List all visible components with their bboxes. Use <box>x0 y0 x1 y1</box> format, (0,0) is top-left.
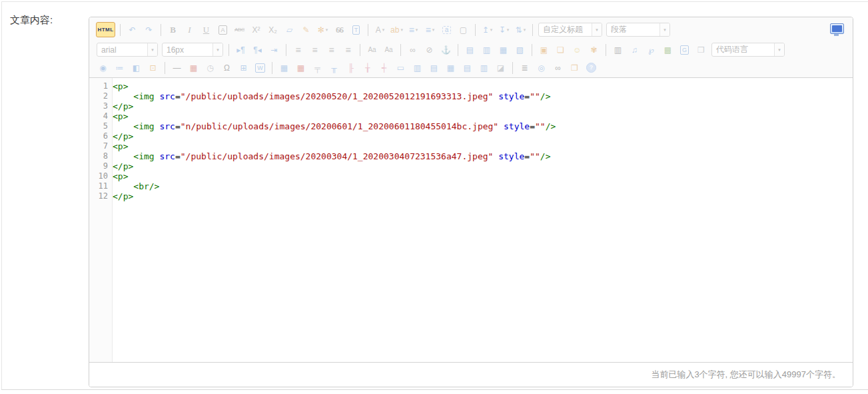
line-height-icon[interactable]: ⇅▾ <box>513 23 528 37</box>
image-center-icon[interactable]: ▧ <box>512 43 528 57</box>
merge-cells-icon[interactable]: ▭ <box>393 61 408 75</box>
scrawl-icon[interactable]: ✾ <box>586 43 602 57</box>
paragraph-combo[interactable]: 段落▾ <box>606 23 670 37</box>
underline-icon[interactable]: U <box>199 23 214 37</box>
form-cell-border-bottom <box>1 389 868 390</box>
anchor-icon[interactable]: ⚓ <box>438 43 454 57</box>
auto-summary-icon[interactable]: a <box>439 23 454 37</box>
split-rows-icon[interactable]: ▤ <box>460 61 475 75</box>
indent-icon[interactable]: ⇥ <box>266 43 282 57</box>
align-left-icon[interactable]: ≡ <box>290 43 306 57</box>
preview-icon[interactable]: ◎ <box>534 61 549 75</box>
font-family-combo[interactable]: arial▾ <box>97 43 158 57</box>
gmap-icon[interactable]: G <box>677 43 692 57</box>
paragraph-space-top-icon[interactable]: ↥▾ <box>480 23 495 37</box>
format-painter-icon[interactable]: ✎ <box>298 23 314 37</box>
emotion-icon[interactable]: ☺ <box>570 43 585 57</box>
print-icon-glyph: ≣ <box>521 64 528 72</box>
align-right-icon[interactable]: ≡ <box>324 43 339 57</box>
font-color-icon-glyph: A <box>376 26 381 34</box>
superscript-icon[interactable]: X² <box>248 23 264 37</box>
auto-typeset-icon[interactable]: ✻▾ <box>315 23 330 37</box>
insert-iframe-icon[interactable]: ❒ <box>693 43 709 57</box>
fullscreen-icon[interactable] <box>829 23 845 37</box>
code-language-combo[interactable]: 代码语言▾ <box>711 43 785 57</box>
image-float-none-icon-glyph: ▤ <box>466 46 474 54</box>
paste-text-icon[interactable]: T <box>348 23 364 37</box>
insert-row-icon[interactable]: ╥ <box>326 61 342 75</box>
columns-icon[interactable]: ◧ <box>129 61 144 75</box>
emotion-icon-glyph: ☺ <box>573 46 581 54</box>
music-icon[interactable]: ♫ <box>627 43 642 57</box>
font-size-combo[interactable]: 16px▾ <box>162 43 223 57</box>
source-mode-button-glyph: HTML <box>96 22 115 37</box>
unlink-icon[interactable]: ⊘ <box>422 43 437 57</box>
split-cols-icon[interactable]: ▥ <box>476 61 492 75</box>
print-icon[interactable]: ≣ <box>517 61 532 75</box>
attachment-icon[interactable]: ℘ <box>644 43 659 57</box>
blockquote-icon[interactable]: 66 <box>332 23 347 37</box>
image-float-left-icon[interactable]: ▥ <box>479 43 494 57</box>
word-image-icon-glyph: W <box>255 63 265 73</box>
unordered-list-icon[interactable]: ≡▾ <box>422 23 438 37</box>
chart-icon[interactable]: ◪ <box>493 61 508 75</box>
search-replace-icon[interactable]: ∞ <box>550 61 566 75</box>
code-line: 7<p> <box>89 141 853 151</box>
table-title-icon[interactable]: ╤ <box>310 61 325 75</box>
source-code-editor[interactable]: 1<p>2 <img src="/public/uploads/images/2… <box>89 78 853 362</box>
font-color-icon[interactable]: A▾ <box>372 23 388 37</box>
merge-down-icon[interactable]: ▤ <box>426 61 442 75</box>
align-center-icon[interactable]: ≡ <box>307 43 322 57</box>
help-icon[interactable]: ? <box>584 61 599 75</box>
merge-right-icon[interactable]: ▥ <box>410 61 425 75</box>
delete-row-icon[interactable]: ╁ <box>360 61 375 75</box>
video-icon[interactable]: ▥ <box>610 43 626 57</box>
toolbar-separator <box>161 24 161 36</box>
insert-image-icon[interactable]: ▣ <box>536 43 552 57</box>
horizontal-rule-icon[interactable]: — <box>169 61 185 75</box>
format-painter-icon-glyph: ✎ <box>302 26 309 34</box>
toolbar-row-2: arial▾16px▾▸¶¶◂⇥≡≡≡≡AaAa∞⊘⚓▤▥▦▧▣❏☺✾▥♫℘▩G… <box>92 41 850 59</box>
delete-table-icon[interactable]: ▦ <box>293 61 308 75</box>
font-border-icon[interactable]: A <box>215 23 230 37</box>
code-text: </p> <box>113 131 133 141</box>
split-cell-icon[interactable]: ▦ <box>443 61 458 75</box>
insert-time-icon[interactable]: ◷ <box>203 61 218 75</box>
paragraph-space-bottom-icon[interactable]: ↧▾ <box>496 23 512 37</box>
subscript-icon[interactable]: X₂ <box>265 23 280 37</box>
insert-date-icon[interactable]: ▦ <box>186 61 201 75</box>
redo-icon[interactable]: ↷ <box>141 23 157 37</box>
remove-format-icon[interactable]: ▱ <box>282 23 297 37</box>
source-mode-button[interactable]: HTML <box>95 23 116 37</box>
image-transfer-icon[interactable]: ⊞ <box>236 61 251 75</box>
map-icon[interactable]: ▩ <box>660 43 675 57</box>
multi-image-icon[interactable]: ❏ <box>553 43 568 57</box>
snapscreen-icon[interactable]: ⊡ <box>145 61 161 75</box>
monitor-glyph <box>830 23 844 34</box>
background-color-icon[interactable]: ab▾ <box>389 23 404 37</box>
undo-icon[interactable]: ↶ <box>125 23 140 37</box>
ordered-list-icon[interactable]: ≡▾ <box>406 23 421 37</box>
paste-icon[interactable]: ❐ <box>567 61 582 75</box>
code-line: 10<p> <box>89 171 853 181</box>
blank-doc-icon[interactable]: ▢ <box>456 23 471 37</box>
word-image-icon[interactable]: W <box>252 61 268 75</box>
lowercase-icon[interactable]: Aa <box>381 43 396 57</box>
link-icon[interactable]: ∞ <box>405 43 420 57</box>
strikethrough-icon[interactable]: ABC <box>232 23 247 37</box>
custom-title-combo[interactable]: 自定义标题▾ <box>538 23 602 37</box>
image-float-none-icon[interactable]: ▤ <box>462 43 478 57</box>
dir-rtl-icon[interactable]: ¶◂ <box>250 43 265 57</box>
uppercase-icon[interactable]: Aa <box>364 43 380 57</box>
delete-col-icon[interactable]: ┽ <box>376 61 392 75</box>
insert-table-icon[interactable]: ▦ <box>276 61 292 75</box>
special-chars-icon[interactable]: Ω <box>219 61 234 75</box>
preview-app-icon[interactable]: ◉ <box>95 61 111 75</box>
align-justify-icon[interactable]: ≡ <box>340 43 356 57</box>
dir-ltr-icon[interactable]: ▸¶ <box>233 43 248 57</box>
italic-icon[interactable]: I <box>182 23 197 37</box>
bold-icon[interactable]: B <box>165 23 181 37</box>
image-float-right-icon[interactable]: ▦ <box>496 43 511 57</box>
insert-col-icon[interactable]: ╟ <box>343 61 358 75</box>
template-icon[interactable]: ≔ <box>112 61 127 75</box>
